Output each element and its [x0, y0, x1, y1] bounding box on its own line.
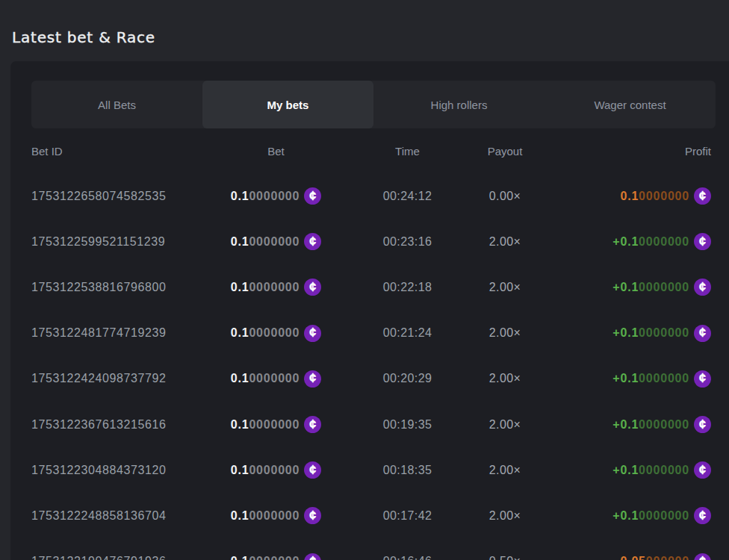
bet-amount-main: 0.1: [231, 190, 249, 203]
column-header-bet-id: Bet ID: [31, 145, 203, 158]
coin-icon: ¢: [694, 461, 711, 479]
table-row[interactable]: 1753122248858136704 0.10000000¢ 00:17:42…: [31, 493, 711, 538]
bet-amount-main: 0.1: [231, 326, 249, 340]
cent-glyph: ¢: [309, 372, 316, 385]
table-row[interactable]: 1753122599521151239 0.10000000¢ 00:23:16…: [31, 219, 711, 264]
bet-amount-cell: 0.10000000¢: [231, 507, 322, 524]
profit-amount-main: +0.1: [612, 281, 639, 294]
profit-amount-zeros: 0000000: [639, 326, 689, 340]
bet-amount-zeros: 0000000: [249, 190, 300, 203]
profit-amount-zeros: 0000000: [639, 235, 689, 249]
cent-glyph: ¢: [309, 464, 316, 477]
bet-id-value: 1753122367613215616: [31, 418, 203, 432]
coin-icon: ¢: [694, 325, 711, 342]
profit-cell: +0.10000000¢: [612, 325, 711, 342]
cent-glyph: ¢: [309, 235, 316, 249]
column-header-time: Time: [395, 145, 420, 158]
bet-id-value: 1753122538816796800: [31, 281, 203, 294]
bet-amount-zeros: 0000000: [249, 418, 300, 432]
profit-amount-main: 0.05: [620, 555, 645, 560]
bet-amount-main: 0.1: [231, 555, 249, 560]
tab-my-bets[interactable]: My bets: [202, 81, 373, 128]
coin-icon: ¢: [304, 325, 321, 342]
coin-icon: ¢: [694, 416, 711, 433]
bet-amount-zeros: 0000000: [249, 555, 300, 560]
payout-value: 0.00×: [489, 190, 521, 203]
profit-amount-zeros: 0000000: [639, 190, 689, 203]
table-row[interactable]: 1753122538816796800 0.10000000¢ 00:22:18…: [31, 264, 711, 310]
profit-cell: 0.10000000¢: [620, 187, 711, 205]
profit-amount-main: +0.1: [612, 509, 639, 523]
bet-id-value: 1753122304884373120: [31, 464, 203, 477]
profit-amount-zeros: 0000000: [639, 464, 689, 477]
table-row[interactable]: 1753122367613215616 0.10000000¢ 00:19:35…: [31, 402, 711, 447]
coin-icon: ¢: [304, 279, 321, 296]
bet-id-value: 1753122424098737792: [31, 372, 203, 385]
bet-amount-zeros: 0000000: [249, 464, 300, 477]
bet-amount-cell: 0.10000000¢: [231, 279, 322, 296]
table-row[interactable]: 1753122481774719239 0.10000000¢ 00:21:24…: [31, 311, 711, 356]
profit-amount-zeros: 000000: [646, 555, 689, 560]
profit-amount-zeros: 0000000: [639, 372, 689, 385]
coin-icon: ¢: [304, 553, 321, 560]
table-row[interactable]: 1753122424098737792 0.10000000¢ 00:20:29…: [31, 356, 711, 402]
cent-glyph: ¢: [699, 326, 706, 340]
bets-tabbar: All Bets My bets High rollers Wager cont…: [31, 81, 716, 128]
bet-amount-cell: 0.10000000¢: [231, 553, 322, 560]
coin-icon: ¢: [304, 370, 321, 388]
profit-cell: +0.10000000¢: [612, 279, 711, 296]
bet-id-value: 1753122481774719239: [31, 326, 203, 340]
page-title: Latest bet & Race: [12, 28, 155, 46]
coin-icon: ¢: [694, 553, 711, 560]
bet-id-value: 1753122658074582535: [31, 190, 203, 203]
bet-amount-cell: 0.10000000¢: [231, 187, 322, 205]
bet-amount-main: 0.1: [231, 372, 249, 385]
profit-amount-main: +0.1: [612, 418, 639, 432]
coin-icon: ¢: [694, 279, 711, 296]
tab-wager-contest[interactable]: Wager contest: [545, 81, 716, 128]
tab-high-rollers[interactable]: High rollers: [373, 81, 545, 128]
profit-amount-main: 0.1: [620, 190, 639, 203]
profit-amount-main: +0.1: [612, 326, 639, 340]
time-value: 00:18:35: [383, 464, 432, 477]
coin-icon: ¢: [304, 416, 321, 433]
bet-amount-main: 0.1: [231, 281, 249, 294]
table-row[interactable]: 1753122190476791936 0.10000000¢ 00:16:46…: [31, 539, 711, 560]
profit-cell: +0.10000000¢: [612, 507, 711, 524]
cent-glyph: ¢: [699, 372, 706, 385]
bet-amount-cell: 0.10000000¢: [231, 325, 322, 342]
profit-cell: 0.05000000¢: [620, 553, 711, 560]
payout-value: 2.00×: [489, 509, 521, 523]
bet-amount-cell: 0.10000000¢: [231, 416, 322, 433]
payout-value: 2.00×: [489, 281, 521, 294]
cent-glyph: ¢: [309, 326, 316, 340]
column-header-payout: Payout: [488, 145, 523, 158]
column-header-bet: Bet: [267, 145, 285, 158]
cent-glyph: ¢: [309, 509, 316, 523]
latest-bet-panel: All Bets My bets High rollers Wager cont…: [10, 61, 729, 560]
bet-amount-zeros: 0000000: [249, 509, 300, 523]
cent-glyph: ¢: [699, 555, 706, 560]
time-value: 00:20:29: [383, 372, 432, 385]
table-row[interactable]: 1753122304884373120 0.10000000¢ 00:18:35…: [31, 447, 711, 493]
bet-amount-main: 0.1: [231, 464, 249, 477]
bet-amount-cell: 0.10000000¢: [231, 233, 322, 250]
bet-amount-zeros: 0000000: [249, 326, 300, 340]
payout-value: 2.00×: [489, 326, 521, 340]
cent-glyph: ¢: [699, 281, 706, 294]
cent-glyph: ¢: [309, 281, 316, 294]
table-body: 1753122658074582535 0.10000000¢ 00:24:12…: [31, 173, 716, 560]
coin-icon: ¢: [304, 461, 321, 479]
profit-amount-zeros: 0000000: [639, 509, 689, 523]
time-value: 00:23:16: [383, 235, 432, 249]
table-row[interactable]: 1753122658074582535 0.10000000¢ 00:24:12…: [31, 173, 711, 219]
time-value: 00:16:46: [383, 555, 432, 560]
coin-icon: ¢: [694, 187, 711, 205]
coin-icon: ¢: [694, 233, 711, 250]
bet-amount-main: 0.1: [231, 235, 249, 249]
table-header: Bet ID Bet Time Payout Profit: [31, 139, 711, 163]
tab-all-bets[interactable]: All Bets: [31, 81, 202, 128]
payout-value: 2.00×: [489, 235, 521, 249]
coin-icon: ¢: [694, 507, 711, 524]
time-value: 00:24:12: [383, 190, 432, 203]
